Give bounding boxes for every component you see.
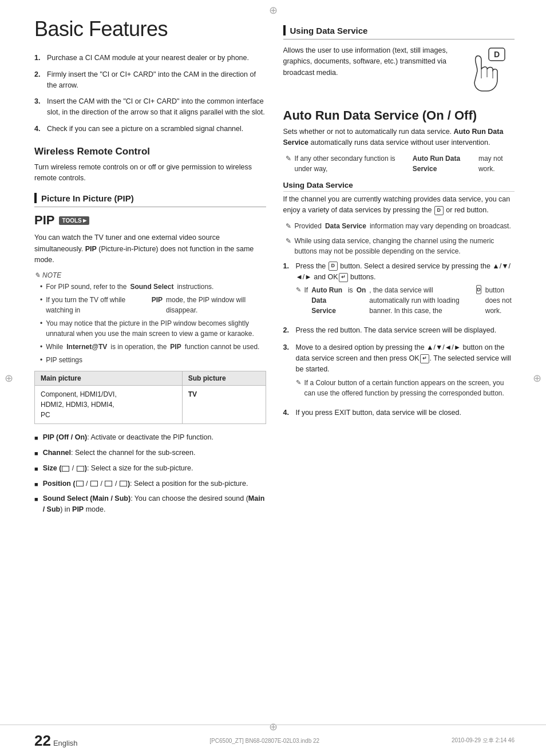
step-content-2: Press the red button. The data service s… xyxy=(296,325,515,336)
pip-divider xyxy=(34,207,266,207)
svg-text:D: D xyxy=(494,50,500,59)
footer-file-info: [PC6500_ZT] BN68-02807E-02L03.indb 22 xyxy=(209,738,319,744)
list-text-1: Purchase a CI CAM module at your nearest… xyxy=(47,53,249,64)
data-service-heading-label: Using Data Service xyxy=(290,26,368,35)
footer-page-number: 22 xyxy=(34,732,51,750)
list-text-4: Check if you can see a picture on a scra… xyxy=(47,124,243,134)
intro-list-item-3: 3. Insert the CAM with the "CI or CI+ CA… xyxy=(34,96,266,118)
footer: 22 English [PC6500_ZT] BN68-02807E-02L03… xyxy=(0,725,546,756)
pip-feature-text-4: Position ( / / / ): Select a position fo… xyxy=(43,478,248,489)
data-service-steps: 1. Press the D button. Select a desired … xyxy=(283,261,515,419)
pip-note-item-2: If you turn the TV off while watching in… xyxy=(40,295,266,315)
pip-note-label-text: NOTE xyxy=(42,271,61,279)
pip-section-heading-bar: Picture In Picture (PIP) xyxy=(34,193,266,203)
step-content-4: If you press EXIT button, data service w… xyxy=(296,407,515,418)
step-num-1: 1. xyxy=(283,261,291,320)
list-text-3: Insert the CAM with the "CI or CI+ CARD"… xyxy=(47,96,266,118)
right-column: Using Data Service D xyxy=(283,17,515,520)
intro-list-item-1: 1. Purchase a CI CAM module at your near… xyxy=(34,53,266,64)
pip-table-cell-main-1: Component, HDMI1/DVI,HDMI2, HDMI3, HDMI4… xyxy=(35,386,183,424)
pip-body: You can watch the TV tuner and one exter… xyxy=(34,232,266,266)
d-btn-step1: D xyxy=(329,262,338,271)
pip-note-section: NOTE For PIP sound, refer to the Sound S… xyxy=(34,271,266,365)
step-content-1: Press the D button. Select a desired ser… xyxy=(296,261,515,320)
pos-icon-3 xyxy=(105,481,112,486)
step3-note: If a Colour button of a certain function… xyxy=(296,378,515,398)
data-service-note-3: While using data service, changing the c… xyxy=(283,236,515,256)
size-icon-1 xyxy=(62,466,69,472)
left-column: Basic Features 1. Purchase a CI CAM modu… xyxy=(34,17,266,520)
pip-note-label: NOTE xyxy=(34,271,266,279)
intro-list: 1. Purchase a CI CAM module at your near… xyxy=(34,53,266,134)
pip-section-label: Picture In Picture (PIP) xyxy=(41,193,134,203)
pip-table-header-sub: Sub picture xyxy=(182,371,266,386)
data-service-heading-bar: Using Data Service xyxy=(283,25,515,35)
page-title: Basic Features xyxy=(34,17,266,41)
tools-badge-arrow-icon: ▶ xyxy=(83,218,86,223)
list-num-2: 2. xyxy=(34,69,42,91)
auto-run-body: Sets whether or not to automatically run… xyxy=(283,126,515,149)
size-icon-2 xyxy=(77,466,84,472)
footer-page-info: 22 English xyxy=(34,732,78,750)
intro-list-item-2: 2. Firmly insert the "CI or CI+ CARD" in… xyxy=(34,69,266,91)
pip-feature-size: Size ( / ): Select a size for the sub-pi… xyxy=(34,463,266,474)
top-crosshair-icon: ⊕ xyxy=(267,5,279,16)
data-service-content: D Allows the user to use information (te… xyxy=(283,45,515,102)
pip-feature-text-2: Channel: Select the channel for the sub-… xyxy=(43,448,196,458)
data-service-hand-icon: D xyxy=(457,45,515,97)
pip-feature-sound: Sound Select (Main / Sub): You can choos… xyxy=(34,493,266,515)
pos-icon-2 xyxy=(90,481,98,486)
list-text-2: Firmly insert the "CI or CI+ CARD" into … xyxy=(47,69,266,91)
step-num-4: 4. xyxy=(283,407,291,418)
page-wrapper: ⊕ ⊕ ⊕ ⊕ Basic Features 1. Purchase a CI … xyxy=(0,0,546,756)
pip-table-header-main: Main picture xyxy=(35,371,183,386)
pip-feature-channel: Channel: Select the channel for the sub-… xyxy=(34,448,266,458)
step-3: 3. Move to a desired option by pressing … xyxy=(283,342,515,402)
right-crosshair-icon: ⊕ xyxy=(533,372,541,385)
wireless-heading: Wireless Remote Control xyxy=(34,146,266,157)
pip-section: Picture In Picture (PIP) PIP TOOLS ▶ You… xyxy=(34,193,266,515)
step-content-3: Move to a desired option by pressing the… xyxy=(296,342,515,402)
ok-btn-step3: ↵ xyxy=(420,354,429,363)
wireless-section: Wireless Remote Control Turn wireless re… xyxy=(34,146,266,184)
pip-note-item-3: You may notice that the picture in the P… xyxy=(40,318,266,339)
list-num-1: 1. xyxy=(34,53,42,64)
pos-icon-1 xyxy=(76,481,84,486)
pip-feature-text-5: Sound Select (Main / Sub): You can choos… xyxy=(43,493,266,515)
pos-icon-4 xyxy=(120,481,127,486)
step-num-2: 2. xyxy=(283,325,291,336)
auto-run-heading: Auto Run Data Service (On / Off) xyxy=(283,108,515,123)
pip-feature-text-3: Size ( / ): Select a size for the sub-pi… xyxy=(43,463,193,474)
data-service-section: Using Data Service D xyxy=(283,25,515,102)
footer-language: English xyxy=(53,739,78,747)
wireless-body: Turn wireless remote controls on or off … xyxy=(34,162,266,184)
pip-feature-pip-onoff: PIP (Off / On): Activate or deactivate t… xyxy=(34,432,266,443)
pip-feature-text-1: PIP (Off / On): Activate or deactivate t… xyxy=(43,432,213,443)
tools-badge: TOOLS ▶ xyxy=(59,216,89,225)
footer-date-info: 2010-09-29 오후 2:14 46 xyxy=(452,737,515,745)
ok-btn-step1: ↵ xyxy=(339,273,348,282)
pip-note-list: For PIP sound, refer to the Sound Select… xyxy=(34,282,266,365)
pip-feature-position: Position ( / / / ): Select a position fo… xyxy=(34,478,266,489)
pip-title: PIP xyxy=(34,213,54,228)
step-num-3: 3. xyxy=(283,342,291,402)
content-area: Basic Features 1. Purchase a CI CAM modu… xyxy=(0,0,546,554)
data-service-divider xyxy=(283,39,515,39)
auto-run-note-1: If any other secondary function is under… xyxy=(283,153,515,174)
using-data-service-subheading: Using Data Service xyxy=(283,181,515,192)
step-2: 2. Press the red button. The data servic… xyxy=(283,325,515,336)
using-data-service-intro: If the channel you are currently watchin… xyxy=(283,194,515,216)
pip-note-item-4: While Internet@TV is in operation, the P… xyxy=(40,342,266,352)
step-1: 1. Press the D button. Select a desired … xyxy=(283,261,515,320)
step1-note: If Auto Run Data Service is On, the data… xyxy=(296,285,515,316)
list-num-4: 4. xyxy=(34,124,42,134)
pip-note-item-5: PIP settings xyxy=(40,355,266,365)
d-btn-note1: D xyxy=(476,285,481,294)
pip-heading-row: PIP TOOLS ▶ xyxy=(34,213,266,228)
d-button-icon: D xyxy=(434,206,444,215)
step-4: 4. If you press EXIT button, data servic… xyxy=(283,407,515,418)
pip-feature-list: PIP (Off / On): Activate or deactivate t… xyxy=(34,432,266,515)
data-service-note-2: Provided Data Service information may va… xyxy=(283,221,515,231)
pip-table-cell-sub-1: TV xyxy=(182,386,266,424)
auto-run-section: Auto Run Data Service (On / Off) Sets wh… xyxy=(283,108,515,418)
